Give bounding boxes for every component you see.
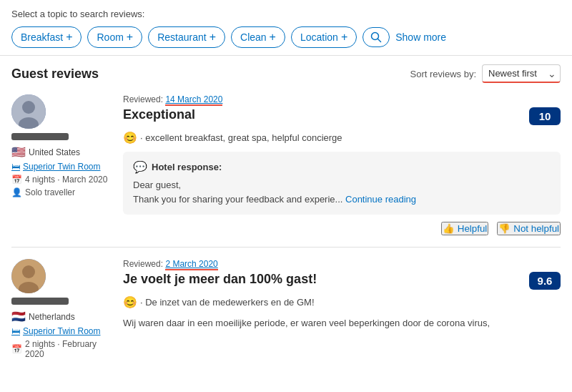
reviewer-info-1: 🇺🇸 United States 🛏 Superior Twin Room 📅 … [11, 94, 112, 235]
review-title-1: Exceptional [123, 107, 195, 122]
score-badge-2: 9.6 [529, 272, 561, 290]
review-content-2: Reviewed: 2 March 2020 Je voelt je meer … [123, 259, 561, 362]
hotel-response-1: 💬 Hotel response: Dear guest, Thank you … [123, 152, 561, 215]
topic-btn-clean[interactable]: Clean + [231, 26, 285, 48]
topic-buttons-row: Breakfast + Room + Restaurant + Clean + … [11, 26, 561, 48]
review-date-link-1[interactable]: 14 March 2020 [165, 94, 222, 106]
reviews-section: Guest reviews Sort reviews by: Newest fi… [0, 56, 572, 382]
topic-section: Select a topic to search reviews: Breakf… [0, 0, 572, 56]
room-plus-icon: + [127, 31, 133, 44]
reviewer-room-1[interactable]: 🛏 Superior Twin Room [11, 162, 112, 172]
reviews-title: Guest reviews [11, 67, 99, 82]
sort-select[interactable]: Newest first Oldest first Highest score … [482, 64, 561, 83]
review-tags-2: 😊 · De inzet van de medewerkers en de GM… [123, 295, 561, 309]
review-title-row-1: Exceptional 10 [123, 107, 561, 125]
review-date-link-2[interactable]: 2 March 2020 [165, 259, 217, 270]
avatar-2 [11, 259, 46, 293]
reviewer-room-2[interactable]: 🛏 Superior Twin Room [11, 326, 112, 336]
breakfast-plus-icon: + [66, 31, 72, 44]
topic-btn-breakfast[interactable]: Breakfast + [11, 26, 82, 48]
svg-point-6 [22, 265, 35, 278]
topic-btn-room[interactable]: Room + [87, 26, 142, 48]
reviewer-name-1 [11, 133, 69, 140]
clean-plus-icon: + [270, 31, 276, 44]
review-date-2: Reviewed: 2 March 2020 [123, 259, 561, 269]
sort-label: Sort reviews by: [410, 69, 476, 79]
sort-container: Sort reviews by: Newest first Oldest fir… [410, 64, 561, 83]
flag-nl: 🇳🇱 [11, 310, 26, 323]
review-text-2: Wij waren daar in een moeilijke periode,… [123, 316, 561, 330]
reviewer-nights-1: 📅 4 nights · March 2020 [11, 175, 112, 185]
topic-btn-location[interactable]: Location + [291, 26, 357, 48]
location-plus-icon: + [341, 31, 347, 44]
smiley-icon-1: 😊 [123, 131, 137, 144]
person-icon-1: 👤 [11, 187, 22, 197]
reviewer-nights-2: 📅 2 nights · February 2020 [11, 339, 112, 359]
search-icon [370, 31, 382, 43]
review-card-1: 🇺🇸 United States 🛏 Superior Twin Room 📅 … [11, 94, 561, 248]
avatar-image-1 [11, 94, 46, 129]
sort-wrapper: Newest first Oldest first Highest score … [482, 64, 561, 83]
avatar-1 [11, 94, 46, 129]
review-title-row-2: Je voelt je meer dan 100% gast! 9.6 [123, 272, 561, 290]
bed-icon-2: 🛏 [11, 326, 20, 336]
svg-point-3 [22, 101, 35, 114]
helpful-button-1[interactable]: 👍 Helpful [441, 222, 489, 235]
reviewer-name-2 [11, 298, 69, 305]
svg-line-1 [378, 39, 381, 42]
reviewer-type-1: 👤 Solo traveller [11, 187, 112, 197]
reviewer-country-2: 🇳🇱 Netherlands [11, 310, 112, 323]
hotel-response-text-1: Dear guest, Thank you for sharing your f… [133, 178, 551, 206]
not-helpful-button-1[interactable]: 👎 Not helpful [497, 222, 561, 235]
hotel-response-title-1: 💬 Hotel response: [133, 160, 551, 174]
review-tags-1: 😊 · excellent breakfast, great spa, help… [123, 131, 561, 144]
topic-section-label: Select a topic to search reviews: [11, 9, 561, 19]
smiley-icon-2: 😊 [123, 295, 137, 309]
topic-search-button[interactable] [363, 27, 390, 47]
flag-us: 🇺🇸 [11, 145, 26, 159]
calendar-icon-2: 📅 [11, 344, 22, 354]
review-date-1: Reviewed: 14 March 2020 [123, 94, 561, 104]
review-title-2: Je voelt je meer dan 100% gast! [123, 272, 317, 287]
avatar-image-2 [11, 259, 46, 293]
calendar-icon-1: 📅 [11, 175, 22, 185]
reviewer-country-1: 🇺🇸 United States [11, 145, 112, 159]
continue-reading-link-1[interactable]: Continue reading [345, 194, 416, 205]
topic-btn-restaurant[interactable]: Restaurant + [148, 26, 225, 48]
review-content-1: Reviewed: 14 March 2020 Exceptional 10 😊… [123, 94, 561, 235]
restaurant-plus-icon: + [209, 31, 216, 44]
reviewer-info-2: 🇳🇱 Netherlands 🛏 Superior Twin Room 📅 2 … [11, 259, 112, 362]
thumbs-up-icon-1: 👍 [443, 223, 455, 234]
show-more-link[interactable]: Show more [395, 31, 446, 43]
chat-icon-1: 💬 [133, 160, 147, 174]
thumbs-down-icon-1: 👎 [498, 223, 511, 234]
reviews-header: Guest reviews Sort reviews by: Newest fi… [11, 64, 561, 83]
bed-icon-1: 🛏 [11, 162, 20, 172]
score-badge-1: 10 [529, 107, 561, 125]
review-card-2: 🇳🇱 Netherlands 🛏 Superior Twin Room 📅 2 … [11, 259, 561, 373]
review-actions-1: 👍 Helpful 👎 Not helpful [123, 222, 561, 235]
